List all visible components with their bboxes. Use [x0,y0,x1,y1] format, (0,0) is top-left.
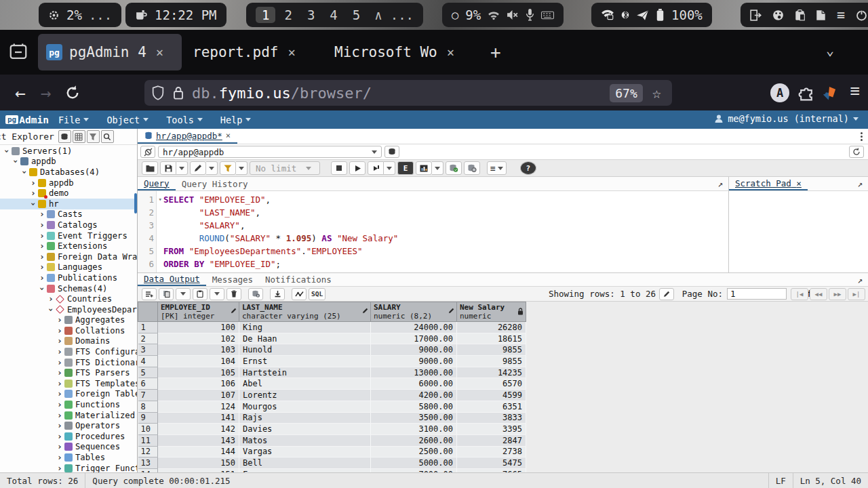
vertical-ellipsis-icon[interactable] [861,132,863,141]
column-header-last_name[interactable]: LAST_NAMEcharacter varying (25) [239,302,371,322]
tree-item-procedures[interactable]: ›Procedures [0,431,137,442]
firefox-view-icon[interactable] [8,42,28,62]
cell-last-name[interactable]: De Haan [239,333,371,344]
execute-dropdown[interactable] [384,161,395,175]
cell-new-salary[interactable]: 3395 [457,424,526,435]
cpu-indicator[interactable]: 2% ... [39,3,121,27]
close-icon[interactable]: × [447,45,454,60]
pgadmin-logo[interactable]: pg Admin [5,115,49,125]
chevron-right-icon[interactable]: › [56,316,64,324]
cell-new-salary[interactable]: 14235 [457,367,526,378]
tree-item-collations[interactable]: ›Collations [0,325,137,336]
quick-search-db-button[interactable] [58,130,71,143]
sql-code[interactable]: SELECT "EMPLOYEE_ID", "LAST_NAME", "SALA… [157,191,728,272]
tab-query[interactable]: Query [138,177,176,190]
cell-salary[interactable]: 4200.00 [371,390,457,401]
cell-last-name[interactable]: Davies [239,424,371,435]
new-connection-button[interactable] [384,146,399,158]
column-header-salary[interactable]: SALARYnumeric (8,2) [371,302,457,322]
stop-button[interactable] [331,161,347,175]
reset-layout-button[interactable] [849,146,864,158]
tab-messages[interactable]: Messages [206,273,259,286]
chevron-right-icon[interactable]: › [56,348,64,356]
explain-dropdown[interactable] [432,161,443,175]
table-row[interactable]: 4104Ernst9000.009855 [138,356,526,367]
cursor-position-label[interactable]: Ln 5, Col 40 [793,473,868,488]
tree-item-appdb[interactable]: ›appdb [0,178,137,188]
row-number[interactable]: 5 [138,367,158,378]
row-number[interactable]: 12 [138,446,158,458]
clock-widget[interactable]: 12:22 PM [125,3,226,27]
save-file-button[interactable] [160,161,176,175]
commit-button[interactable] [446,161,462,175]
cell-last-name[interactable]: King [239,322,371,333]
paste-button[interactable] [193,288,208,300]
cell-employee-id[interactable]: 124 [158,401,239,412]
account-button[interactable]: A [770,83,789,102]
cell-new-salary[interactable]: 3833 [457,412,526,424]
reload-button[interactable] [64,85,81,101]
tree-item-employeesdepar[interactable]: ›EmployeesDepar [0,304,137,315]
tree-item-trigger-funct[interactable]: ›Trigger Funct [0,463,137,472]
cell-new-salary[interactable]: 6351 [457,401,526,412]
execute-button[interactable] [349,161,366,175]
column-header-employee_id[interactable]: EMPLOYEE_ID[PK] integer [158,302,239,322]
chevron-right-icon[interactable]: › [38,242,46,250]
cell-last-name[interactable]: Hartstein [239,367,371,378]
workspace-1[interactable]: 1 [256,7,275,23]
cell-employee-id[interactable]: 106 [158,378,239,390]
cell-last-name[interactable]: Mourgos [239,401,371,412]
tree-item-countries[interactable]: ›Countries [0,293,137,304]
cell-new-salary[interactable]: 26280 [457,322,526,333]
new-tab-button[interactable]: + [490,42,501,62]
prev-page-button[interactable]: ◀◀ [810,288,827,300]
cell-last-name[interactable]: Rajs [239,412,371,424]
close-icon[interactable]: × [156,45,163,60]
table-row[interactable]: 8124Mourgos5800.006351 [138,401,526,412]
cell-employee-id[interactable]: 103 [158,344,239,356]
filter-rows-button[interactable] [220,161,236,175]
graph-visualiser-button[interactable] [292,288,307,300]
cell-employee-id[interactable]: 104 [158,356,239,367]
chevron-right-icon[interactable]: › [38,221,46,229]
cell-new-salary[interactable]: 6570 [457,378,526,390]
connection-select[interactable]: hr/app@appdb [158,146,382,158]
row-number[interactable]: 2 [138,333,158,344]
close-icon[interactable]: × [288,45,295,60]
tab-query-history[interactable]: Query History [176,177,254,190]
sql-button[interactable]: SQL [309,288,326,300]
menu-help[interactable]: Help [220,115,252,125]
tree-item-publications[interactable]: ›Publications [0,272,137,283]
table-row[interactable]: 12144Vargas2500.002738 [138,446,526,458]
cell-last-name[interactable]: Lorentz [239,390,371,401]
fold-marker-icon[interactable]: ▾ [159,193,162,206]
cell-employee-id[interactable]: 141 [158,412,239,424]
cell-salary[interactable]: 6000.00 [371,378,457,390]
table-row[interactable]: 9141Rajs3500.003833 [138,412,526,424]
tree-item-schemas-4-[interactable]: ›Schemas(4) [0,283,137,294]
help-button[interactable]: ? [520,161,536,175]
menu-file[interactable]: File [58,115,90,125]
tree-item-materialized[interactable]: ›Materialized [0,410,137,421]
cell-employee-id[interactable]: 144 [158,446,239,458]
expand-icon[interactable]: ↗ [857,275,863,285]
chevron-down-icon[interactable]: › [29,200,37,208]
chevron-right-icon[interactable]: › [38,263,46,271]
extensions-puzzle-icon[interactable] [797,84,815,102]
row-number[interactable]: 8 [138,401,158,412]
table-row[interactable]: 1100King24000.0026280 [138,322,526,333]
tree-item-fts-dictionar[interactable]: ›FTS Dictionar [0,357,137,368]
cell-employee-id[interactable]: 142 [158,424,239,435]
add-row-button[interactable] [142,288,157,300]
workspace-5[interactable]: 5 [347,7,366,23]
tab-notifications[interactable]: Notifications [259,273,338,286]
tree-item-extensions[interactable]: ›Extensions [0,241,137,251]
explain-button[interactable]: E [397,161,414,175]
adblocker-extension-icon[interactable] [821,84,838,102]
url-bar[interactable]: db.fymio.us/browser/ 67% ☆ [144,80,672,106]
forward-button[interactable]: → [41,83,52,103]
tree-item-fts-parsers[interactable]: ›FTS Parsers [0,367,137,378]
cell-last-name[interactable]: Abel [239,378,371,390]
table-row[interactable]: 2102De Haan17000.0018615 [138,333,526,344]
close-icon[interactable]: × [796,178,802,188]
